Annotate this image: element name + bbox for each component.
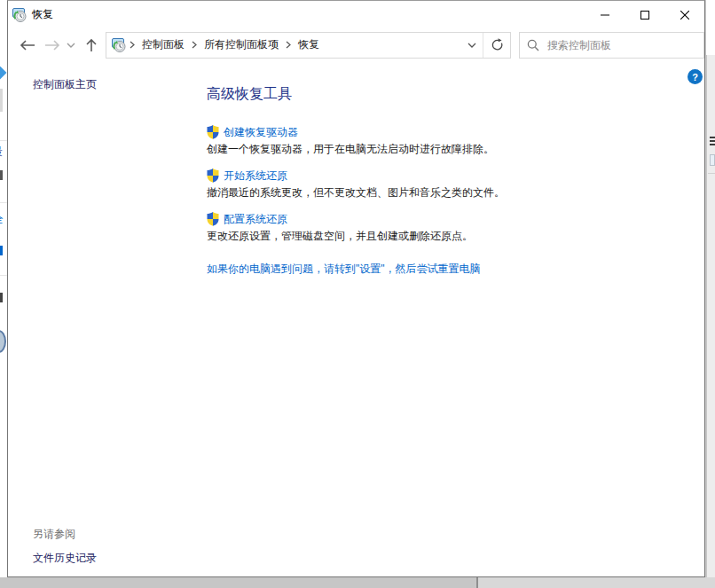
back-button[interactable] [17,33,38,58]
address-bar[interactable]: 控制面板 所有控制面板项 恢复 [106,32,511,59]
clipped-icon-fragment [0,66,6,81]
clipped-icon-fragment [710,154,715,166]
divider [0,140,7,141]
window-body: ? 控制面板主页 另请参阅 文件历史记录 高级恢复工具 [8,61,704,576]
clipped-clock-icon-fragment [0,330,6,353]
window-title: 恢复 [32,7,53,22]
uac-shield-icon [207,212,219,226]
divider [0,202,7,203]
page-title: 高级恢复工具 [207,85,687,103]
divider [0,275,7,276]
search-box[interactable] [519,32,704,59]
background-bottom-strip [0,577,715,588]
task-create-recovery-drive: 创建恢复驱动器 创建一个恢复驱动器，用于在电脑无法启动时进行故障排除。 [207,125,687,156]
clipped-ui-fragment [0,89,3,112]
background-window-left-sliver: 最 全 [0,0,7,577]
up-arrow-icon [86,38,97,52]
breadcrumb-separator-icon [128,41,137,49]
clipped-text-fragment: 最 [0,144,3,160]
minimize-button[interactable] [585,1,625,28]
recovery-window: 恢复 [7,0,705,577]
task-link-label[interactable]: 创建恢复驱动器 [224,125,298,139]
recent-pages-dropdown[interactable] [65,33,77,58]
configure-system-restore-link[interactable]: 配置系统还原 [207,212,687,226]
titlebar: 恢复 [8,1,704,28]
task-description: 撤消最近的系统更改，但不更改文档、图片和音乐之类的文件。 [207,185,687,200]
search-icon [527,39,539,51]
clipped-text-fragment [0,246,3,255]
recovery-location-icon [112,38,126,52]
create-recovery-drive-link[interactable]: 创建恢复驱动器 [207,125,687,139]
up-button[interactable] [81,33,102,58]
refresh-icon [491,38,504,51]
recovery-app-icon [12,8,27,22]
sidebar: 控制面板主页 另请参阅 文件历史记录 [8,61,207,576]
uac-shield-icon [207,125,219,139]
main-content: 高级恢复工具 创建恢复 [207,61,687,276]
maximize-icon [640,11,649,20]
clipped-menu-icon-fragment [710,137,715,145]
uac-shield-icon [207,169,219,183]
sidebar-item-file-history[interactable]: 文件历史记录 [33,551,97,566]
breadcrumb-separator-icon [190,41,199,49]
breadcrumb-recovery[interactable]: 恢复 [293,37,325,52]
search-input[interactable] [547,39,698,51]
clipped-panel-fragment [706,55,715,577]
task-description: 更改还原设置，管理磁盘空间，并且创建或删除还原点。 [207,229,687,243]
task-link-label[interactable]: 开始系统还原 [224,169,287,183]
minimize-icon [601,11,609,20]
chevron-down-icon [468,43,476,48]
task-link-label[interactable]: 配置系统还原 [224,212,287,226]
forward-button[interactable] [42,33,63,58]
clipped-text-fragment: 全 [0,212,4,227]
breadcrumb-control-panel[interactable]: 控制面板 [137,37,190,52]
close-icon [680,11,689,20]
task-configure-system-restore: 配置系统还原 更改还原设置，管理磁盘空间，并且创建或删除还原点。 [207,212,687,243]
maximize-button[interactable] [625,1,664,28]
breadcrumb-separator-icon [284,41,293,49]
refresh-button[interactable] [483,33,510,58]
address-dropdown-button[interactable] [461,33,483,58]
see-also-header: 另请参阅 [33,527,75,542]
desktop-screenshot: 最 全 [0,0,715,588]
close-button[interactable] [664,1,704,28]
task-open-system-restore: 开始系统还原 撤消最近的系统更改，但不更改文档、图片和音乐之类的文件。 [207,169,687,200]
divider [708,173,715,174]
reset-pc-settings-link[interactable]: 如果你的电脑遇到问题，请转到"设置"，然后尝试重置电脑 [207,262,687,276]
open-system-restore-link[interactable]: 开始系统还原 [207,169,687,183]
clipped-text-fragment [0,170,3,180]
breadcrumb-all-items[interactable]: 所有控制面板项 [199,37,284,52]
help-button[interactable]: ? [688,69,703,84]
navigation-bar: 控制面板 所有控制面板项 恢复 [8,28,704,61]
forward-arrow-icon [44,40,60,51]
back-arrow-icon [20,40,35,51]
task-list: 创建恢复驱动器 创建一个恢复驱动器，用于在电脑无法启动时进行故障排除。 [207,125,687,243]
background-bottom-strip-right [478,577,715,588]
background-window-right-sliver [706,0,715,577]
sidebar-item-control-panel-home[interactable]: 控制面板主页 [33,77,97,92]
chevron-down-icon [67,43,75,48]
task-description: 创建一个恢复驱动器，用于在电脑无法启动时进行故障排除。 [207,142,687,156]
clipped-text-fragment [0,293,3,302]
